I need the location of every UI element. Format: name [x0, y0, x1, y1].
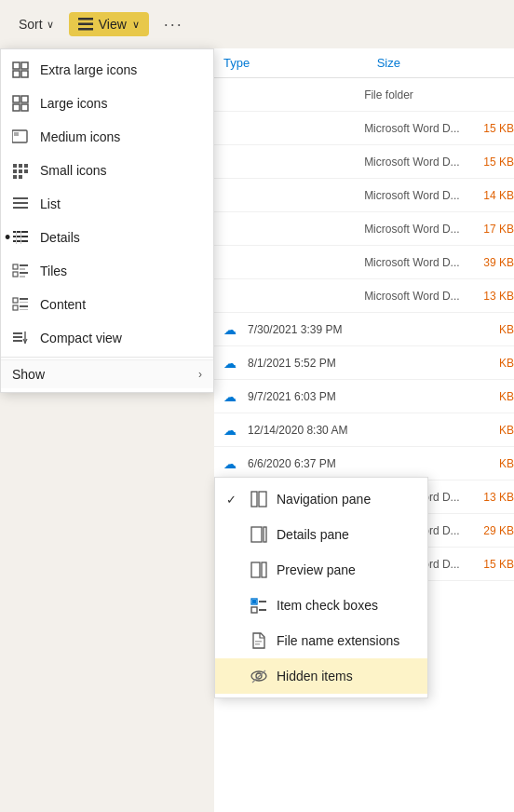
details-pane-label: Details pane: [277, 527, 349, 542]
view-menu-show[interactable]: Show ›: [1, 359, 213, 388]
file-name-extensions-icon: [249, 630, 269, 651]
svg-rect-12: [14, 132, 19, 136]
show-preview-pane[interactable]: Preview pane: [215, 552, 427, 588]
svg-rect-22: [13, 202, 28, 204]
show-arrow-icon: ›: [198, 368, 202, 381]
svg-rect-52: [252, 600, 256, 603]
svg-rect-56: [255, 641, 262, 643]
svg-rect-45: [251, 492, 257, 507]
row-type: Microsoft Word D...: [364, 256, 472, 269]
view-button[interactable]: View ∨: [69, 12, 149, 36]
view-menu-extra-large-icons[interactable]: Extra large icons: [1, 53, 213, 87]
row-type: Microsoft Word D...: [364, 122, 472, 135]
table-row[interactable]: Microsoft Word D... 15 KB: [214, 112, 514, 145]
row-type: Microsoft Word D...: [364, 156, 472, 169]
row-date: 7/30/2021 3:39 PM: [248, 323, 364, 336]
more-label: ···: [164, 15, 183, 34]
view-menu-large-icons[interactable]: Large icons: [1, 87, 213, 120]
table-row[interactable]: ☁ 9/7/2021 6:03 PM KB: [214, 380, 514, 413]
row-size: 15 KB: [472, 156, 514, 169]
svg-rect-6: [21, 71, 28, 77]
small-icons-icon: [10, 160, 31, 181]
extra-large-icons-icon: [10, 60, 31, 80]
view-icon: [78, 18, 93, 31]
show-hidden-items[interactable]: Hidden items: [215, 658, 427, 694]
table-row[interactable]: ☁ 8/1/2021 5:52 PM KB: [214, 346, 514, 380]
table-row[interactable]: ☁ 12/14/2020 8:30 AM KB: [214, 413, 514, 447]
svg-rect-54: [251, 607, 257, 613]
row-type: Microsoft Word D...: [364, 189, 472, 202]
more-options-button[interactable]: ···: [156, 11, 191, 38]
navigation-pane-icon: [249, 489, 269, 509]
medium-icons-label: Medium icons: [40, 129, 120, 144]
svg-rect-43: [13, 340, 22, 342]
size-column-header[interactable]: Size: [345, 56, 400, 70]
navigation-pane-label: Navigation pane: [277, 492, 371, 507]
svg-rect-29: [13, 264, 18, 269]
column-headers: Type Size: [214, 48, 514, 78]
svg-rect-8: [21, 96, 28, 102]
view-menu-list[interactable]: List: [1, 187, 213, 221]
row-type: File folder: [364, 88, 472, 102]
row-type: Microsoft Word D...: [364, 290, 472, 303]
row-date: 9/7/2021 6:03 PM: [248, 390, 364, 403]
tiles-label: Tiles: [40, 264, 67, 278]
row-size: KB: [472, 457, 514, 470]
svg-rect-36: [20, 298, 28, 300]
show-file-name-extensions[interactable]: File name extensions: [215, 623, 427, 658]
show-label: Show: [12, 367, 45, 382]
row-size: 13 KB: [472, 290, 514, 303]
cloud-icon: ☁: [223, 356, 244, 371]
show-details-pane[interactable]: Details pane: [215, 517, 427, 552]
svg-rect-16: [19, 164, 22, 168]
table-row[interactable]: Microsoft Word D... 14 KB: [214, 179, 514, 212]
list-icon: [10, 194, 31, 214]
table-row[interactable]: Microsoft Word D... 17 KB: [214, 212, 514, 246]
view-menu-content[interactable]: Content: [1, 288, 213, 321]
check-icon: ✓: [226, 493, 245, 507]
row-size: KB: [472, 424, 514, 437]
svg-rect-19: [24, 164, 28, 168]
svg-rect-50: [262, 562, 266, 577]
svg-rect-30: [20, 264, 28, 266]
view-menu-small-icons[interactable]: Small icons: [1, 154, 213, 187]
svg-rect-53: [259, 601, 266, 602]
sort-arrow-icon: ∨: [47, 19, 54, 31]
type-column-header[interactable]: Type: [223, 56, 345, 70]
svg-rect-21: [13, 197, 28, 199]
svg-rect-9: [13, 104, 20, 111]
main-area: Type Size File folder Microsoft Word D..…: [0, 48, 514, 812]
view-menu-tiles[interactable]: Tiles: [1, 254, 213, 288]
table-row[interactable]: ☁ 6/6/2020 6:37 PM KB: [214, 447, 514, 480]
compact-view-label: Compact view: [40, 331, 122, 345]
show-item-check-boxes[interactable]: Item check boxes: [215, 588, 427, 623]
view-menu-details[interactable]: Details: [1, 221, 213, 254]
content-icon: [10, 294, 31, 315]
show-navigation-pane[interactable]: ✓ Navigation pane: [215, 481, 427, 517]
sort-label: Sort: [19, 17, 43, 32]
row-size: 17 KB: [472, 223, 514, 236]
file-name-extensions-label: File name extensions: [277, 633, 399, 648]
table-row[interactable]: File folder: [214, 78, 514, 112]
view-menu-compact-view[interactable]: Compact view: [1, 321, 213, 355]
sort-button[interactable]: Sort ∨: [11, 13, 61, 35]
item-check-boxes-icon: [249, 595, 269, 616]
table-row[interactable]: ☁ 7/30/2021 3:39 PM KB: [214, 313, 514, 346]
svg-rect-49: [251, 562, 260, 577]
medium-icons-icon: [10, 127, 31, 147]
cloud-icon: ☁: [223, 423, 244, 438]
svg-rect-14: [13, 169, 17, 173]
view-menu-medium-icons[interactable]: Medium icons: [1, 120, 213, 154]
table-row[interactable]: Microsoft Word D... 15 KB: [214, 145, 514, 179]
table-row[interactable]: Microsoft Word D... 39 KB: [214, 246, 514, 279]
svg-rect-57: [255, 643, 260, 645]
svg-rect-34: [20, 276, 25, 277]
preview-pane-icon: [249, 560, 269, 580]
table-row[interactable]: Microsoft Word D... 13 KB: [214, 279, 514, 313]
svg-rect-33: [20, 272, 28, 274]
svg-rect-2: [78, 28, 93, 31]
row-size: 39 KB: [472, 256, 514, 269]
svg-rect-11: [12, 130, 27, 142]
svg-rect-20: [24, 169, 28, 173]
svg-rect-4: [21, 62, 28, 69]
